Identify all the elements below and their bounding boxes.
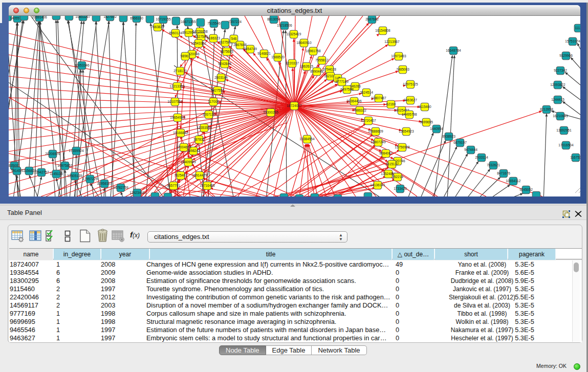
svg-text:9329966: 9329966 (559, 54, 573, 57)
svg-text:10654112: 10654112 (506, 179, 521, 183)
svg-text:10688609: 10688609 (368, 129, 383, 133)
svg-text:2687682: 2687682 (365, 17, 379, 21)
svg-text:116753: 116753 (570, 156, 580, 159)
svg-text:9146821: 9146821 (257, 52, 271, 55)
svg-text:8213958: 8213958 (540, 107, 553, 111)
svg-text:9327509: 9327509 (194, 35, 208, 38)
svg-text:25300295: 25300295 (263, 111, 278, 114)
svg-text:19654983: 19654983 (170, 116, 185, 119)
svg-text:12213967: 12213967 (384, 40, 400, 43)
svg-text:18807249: 18807249 (371, 140, 386, 144)
svg-text:18724007: 18724007 (287, 104, 302, 107)
svg-text:7663822: 7663822 (151, 25, 164, 29)
svg-text:20206576: 20206576 (45, 152, 60, 156)
svg-text:8186323: 8186323 (207, 36, 220, 40)
svg-text:10107553: 10107553 (167, 100, 183, 103)
svg-text:16543362: 16543362 (191, 41, 206, 45)
svg-text:1362615: 1362615 (300, 64, 313, 68)
svg-text:7625402: 7625402 (174, 173, 187, 177)
svg-text:12505135: 12505135 (67, 174, 82, 178)
svg-text:9227342: 9227342 (554, 69, 567, 72)
svg-text:12353594: 12353594 (197, 126, 212, 129)
svg-text:9657791: 9657791 (167, 184, 180, 187)
svg-text:20691406: 20691406 (32, 16, 47, 19)
svg-text:1145135: 1145135 (50, 172, 63, 176)
svg-text:13692951: 13692951 (556, 128, 572, 132)
svg-text:13654923: 13654923 (399, 129, 414, 133)
svg-text:17359924: 17359924 (69, 149, 84, 152)
svg-text:8471676: 8471676 (497, 171, 510, 175)
svg-text:1588520: 1588520 (271, 55, 285, 59)
svg-text:12213369: 12213369 (169, 84, 185, 88)
svg-text:546: 546 (231, 37, 236, 40)
svg-text:1527602: 1527602 (103, 16, 117, 18)
svg-text:98961: 98961 (181, 54, 190, 58)
svg-text:7485003: 7485003 (396, 68, 409, 71)
svg-text:6879197: 6879197 (453, 141, 467, 144)
svg-text:16210643: 16210643 (553, 114, 568, 118)
svg-text:12923468: 12923468 (129, 191, 145, 194)
svg-text:3624514: 3624514 (360, 91, 373, 94)
svg-text:16671355: 16671355 (181, 20, 196, 24)
svg-text:3675685: 3675685 (220, 50, 233, 53)
svg-text:1733426: 1733426 (394, 187, 407, 190)
svg-text:8960124: 8960124 (169, 31, 182, 35)
svg-text:9699695: 9699695 (420, 120, 433, 124)
svg-text:20053346: 20053346 (74, 63, 90, 67)
svg-text:12093822: 12093822 (550, 83, 565, 86)
svg-text:7515546: 7515546 (207, 21, 221, 25)
svg-text:17957225: 17957225 (82, 177, 98, 181)
svg-text:3498242: 3498242 (187, 149, 200, 152)
svg-text:2867608: 2867608 (233, 43, 247, 47)
svg-text:2803144: 2803144 (214, 76, 228, 79)
svg-text:18640910: 18640910 (296, 41, 312, 45)
svg-text:1244415: 1244415 (551, 98, 564, 101)
svg-text:9463627: 9463627 (404, 98, 417, 102)
svg-text:1615132: 1615132 (385, 162, 399, 166)
svg-text:8938923: 8938923 (442, 135, 455, 138)
svg-text:8990448: 8990448 (310, 70, 323, 73)
svg-text:16154808: 16154808 (375, 29, 390, 32)
svg-text:7986322: 7986322 (353, 108, 366, 112)
svg-text:8427552: 8427552 (211, 89, 224, 92)
svg-text:2933114: 2933114 (475, 156, 488, 159)
svg-text:10719155: 10719155 (156, 17, 171, 21)
svg-text:17004678: 17004678 (176, 145, 191, 149)
svg-text:11325419: 11325419 (287, 32, 301, 36)
svg-text:16782759: 16782759 (113, 186, 128, 189)
svg-text:19384554: 19384554 (299, 137, 315, 141)
svg-text:991457: 991457 (11, 169, 23, 172)
svg-text:10958117: 10958117 (97, 182, 112, 185)
svg-text:252214: 252214 (392, 175, 403, 179)
svg-text:6966160: 6966160 (130, 16, 143, 20)
svg-text:8220337: 8220337 (286, 61, 299, 65)
svg-text:20364436: 20364436 (346, 99, 362, 103)
svg-text:19166842: 19166842 (173, 131, 188, 135)
svg-text:19218506: 19218506 (277, 24, 292, 27)
svg-text:16648784: 16648784 (446, 49, 461, 52)
svg-text:8813054: 8813054 (267, 17, 280, 21)
svg-text:9777169: 9777169 (335, 80, 349, 83)
svg-text:15720407: 15720407 (361, 119, 376, 122)
svg-text:117004: 117004 (208, 100, 219, 103)
svg-text:9474444: 9474444 (464, 148, 477, 151)
svg-text:9084067: 9084067 (379, 151, 393, 155)
svg-text:62160: 62160 (386, 102, 396, 106)
svg-text:15751074: 15751074 (565, 39, 580, 43)
svg-text:10975857: 10975857 (57, 164, 73, 167)
svg-text:10853267: 10853267 (75, 16, 91, 18)
svg-text:6497568: 6497568 (340, 87, 354, 91)
svg-text:7955812: 7955812 (315, 58, 329, 62)
svg-text:16961758: 16961758 (306, 49, 321, 53)
svg-text:12975125: 12975125 (403, 82, 418, 86)
svg-text:6794028: 6794028 (323, 68, 336, 71)
svg-text:15716485: 15716485 (200, 184, 215, 187)
svg-text:1112: 1112 (575, 26, 580, 30)
svg-text:12942757: 12942757 (34, 170, 49, 174)
svg-text:8454749: 8454749 (244, 47, 257, 51)
svg-text:387832: 387832 (193, 138, 205, 141)
svg-text:2718170: 2718170 (173, 69, 187, 73)
svg-text:10807487: 10807487 (371, 96, 386, 100)
svg-text:16409949: 16409949 (181, 160, 196, 164)
svg-text:9242845: 9242845 (218, 62, 231, 65)
